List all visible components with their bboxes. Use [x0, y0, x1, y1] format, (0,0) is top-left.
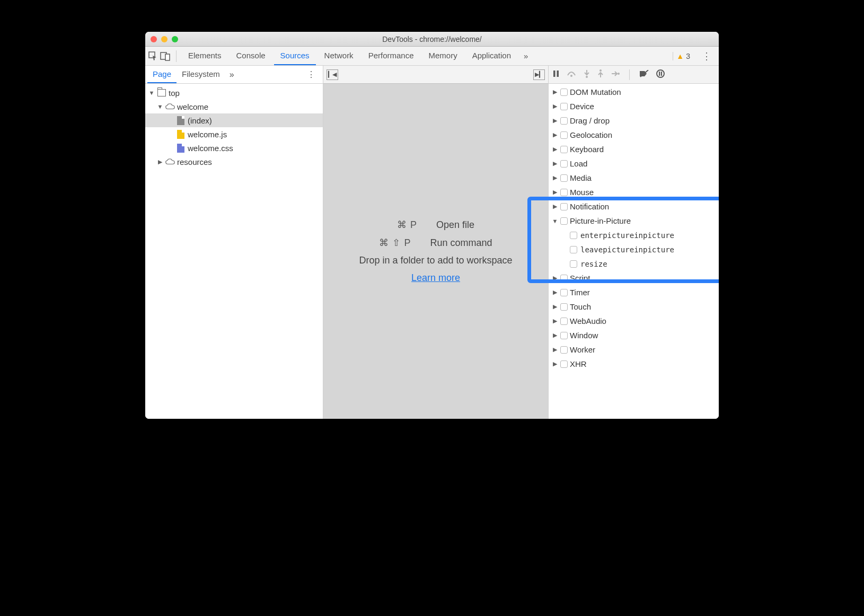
- breakpoint-event[interactable]: enterpictureinpicture: [549, 228, 719, 242]
- breakpoint-category[interactable]: ▶Device: [549, 99, 719, 113]
- tree-row-top[interactable]: ▼ top: [145, 86, 323, 100]
- js-file-icon: [176, 129, 186, 139]
- breakpoint-category[interactable]: ▶Mouse: [549, 185, 719, 199]
- tab-elements[interactable]: Elements: [182, 47, 228, 65]
- breakpoint-event-label: leavepictureinpicture: [580, 245, 674, 254]
- tab-application[interactable]: Application: [466, 47, 517, 65]
- disclosure-right-icon: ▶: [552, 131, 558, 138]
- editor-empty-state: ⌘ P Open file ⌘ ⇧ P Run command Drop in …: [323, 84, 548, 419]
- checkbox[interactable]: [560, 303, 568, 311]
- checkbox[interactable]: [560, 275, 568, 282]
- disclosure-right-icon: ▶: [552, 275, 558, 281]
- tab-performance[interactable]: Performance: [362, 47, 420, 65]
- checkbox[interactable]: [560, 146, 568, 153]
- shortcut-label: Open file: [436, 219, 474, 231]
- checkbox[interactable]: [570, 246, 577, 253]
- drop-folder-text: Drop in a folder to add to workspace: [359, 255, 512, 266]
- step-into-icon[interactable]: [584, 69, 590, 80]
- breakpoint-category[interactable]: ▶Window: [549, 328, 719, 342]
- step-out-icon[interactable]: [597, 69, 604, 80]
- warning-badge[interactable]: ▲ 3: [673, 52, 693, 60]
- checkbox[interactable]: [560, 117, 568, 125]
- checkbox[interactable]: [560, 318, 568, 325]
- sidebar-overflow-icon[interactable]: ⋮: [302, 69, 321, 80]
- breakpoint-category[interactable]: ▶Drag / drop: [549, 113, 719, 128]
- breakpoint-category[interactable]: ▶WebAudio: [549, 314, 719, 328]
- tree-label: resources: [177, 157, 212, 166]
- breakpoint-category[interactable]: ▼Picture-in-Picture: [549, 214, 719, 228]
- tab-sources[interactable]: Sources: [274, 47, 316, 65]
- breakpoint-category-label: Picture-in-Picture: [570, 216, 631, 225]
- toggle-device-toolbar-icon[interactable]: [160, 51, 171, 61]
- breakpoint-category[interactable]: ▶XHR: [549, 357, 719, 371]
- breakpoint-category[interactable]: ▶Media: [549, 171, 719, 185]
- checkbox[interactable]: [560, 203, 568, 210]
- tree-row-resources[interactable]: ▶ resources: [145, 155, 323, 169]
- breakpoint-category[interactable]: ▶Load: [549, 156, 719, 171]
- svg-rect-2: [165, 54, 170, 60]
- checkbox[interactable]: [560, 174, 568, 182]
- checkbox[interactable]: [560, 103, 568, 110]
- breakpoint-category[interactable]: ▶Script: [549, 271, 719, 285]
- checkbox[interactable]: [560, 160, 568, 168]
- sidebar-tab-filesystem[interactable]: Filesystem: [177, 66, 225, 83]
- disclosure-right-icon: ▶: [552, 203, 558, 210]
- pause-icon[interactable]: [553, 70, 559, 80]
- tab-network[interactable]: Network: [318, 47, 360, 65]
- debugger-panel: ▶DOM Mutation▶Device▶Drag / drop▶Geoloca…: [549, 66, 719, 419]
- checkbox[interactable]: [560, 360, 568, 368]
- checkbox[interactable]: [560, 332, 568, 339]
- more-tabs-chevron-icon[interactable]: »: [519, 51, 532, 60]
- breakpoint-category-label: Keyboard: [570, 145, 604, 154]
- keyboard-shortcut: ⌘ ⇧ P: [379, 237, 411, 249]
- breakpoint-category[interactable]: ▶Notification: [549, 199, 719, 214]
- tab-memory[interactable]: Memory: [422, 47, 464, 65]
- disclosure-down-icon: ▼: [157, 103, 163, 110]
- disclosure-right-icon: ▶: [552, 103, 558, 110]
- file-tree: ▼ top ▼ welcome (index) welcome.js: [145, 84, 323, 419]
- sidebar-tabs: Page Filesystem » ⋮: [145, 66, 323, 84]
- settings-more-icon[interactable]: ⋮: [698, 50, 716, 62]
- tree-row-welcome-css[interactable]: welcome.css: [145, 141, 323, 155]
- keyboard-shortcut: ⌘ P: [397, 219, 417, 231]
- checkbox[interactable]: [570, 232, 577, 239]
- checkbox[interactable]: [560, 89, 568, 96]
- tree-label: welcome.css: [188, 144, 233, 153]
- nav-drawer-right-icon[interactable]: ▶▎: [533, 69, 545, 80]
- breakpoint-category[interactable]: ▶Keyboard: [549, 142, 719, 156]
- editor-panel: ▎◀ ▶▎ ⌘ P Open file ⌘ ⇧ P Run command Dr…: [323, 66, 549, 419]
- checkbox[interactable]: [560, 289, 568, 296]
- nav-drawer-left-icon[interactable]: ▎◀: [327, 69, 338, 80]
- deactivate-breakpoints-icon[interactable]: [639, 70, 649, 80]
- checkbox[interactable]: [570, 260, 577, 268]
- svg-point-10: [657, 70, 664, 77]
- checkbox[interactable]: [560, 217, 568, 225]
- disclosure-right-icon: ▶: [552, 303, 558, 310]
- tree-row-welcome-js[interactable]: welcome.js: [145, 127, 323, 141]
- sidebar-tab-page[interactable]: Page: [147, 66, 177, 83]
- breakpoint-event-label: enterpictureinpicture: [580, 231, 674, 240]
- tree-row-welcome[interactable]: ▼ welcome: [145, 100, 323, 113]
- step-icon[interactable]: [611, 70, 620, 80]
- breakpoint-event[interactable]: leavepictureinpicture: [549, 242, 719, 257]
- checkbox[interactable]: [560, 189, 568, 196]
- breakpoint-category-label: Device: [570, 102, 594, 111]
- breakpoint-event[interactable]: resize: [549, 257, 719, 271]
- pause-on-exceptions-icon[interactable]: [656, 69, 665, 80]
- breakpoint-category[interactable]: ▶DOM Mutation: [549, 85, 719, 99]
- step-over-icon[interactable]: [567, 70, 576, 80]
- sidebar-more-tabs-icon[interactable]: »: [225, 70, 239, 80]
- checkbox[interactable]: [560, 346, 568, 354]
- learn-more-link[interactable]: Learn more: [411, 272, 460, 284]
- breakpoint-category[interactable]: ▶Timer: [549, 285, 719, 300]
- disclosure-right-icon: ▶: [552, 360, 558, 367]
- checkbox[interactable]: [560, 131, 568, 139]
- breakpoint-category[interactable]: ▶Geolocation: [549, 128, 719, 142]
- tab-console[interactable]: Console: [230, 47, 272, 65]
- breakpoint-category[interactable]: ▶Worker: [549, 342, 719, 357]
- disclosure-right-icon: ▶: [552, 332, 558, 339]
- disclosure-right-icon: ▶: [552, 346, 558, 353]
- tree-row-index[interactable]: (index): [145, 113, 323, 127]
- inspect-element-icon[interactable]: [148, 51, 158, 61]
- breakpoint-category[interactable]: ▶Touch: [549, 300, 719, 314]
